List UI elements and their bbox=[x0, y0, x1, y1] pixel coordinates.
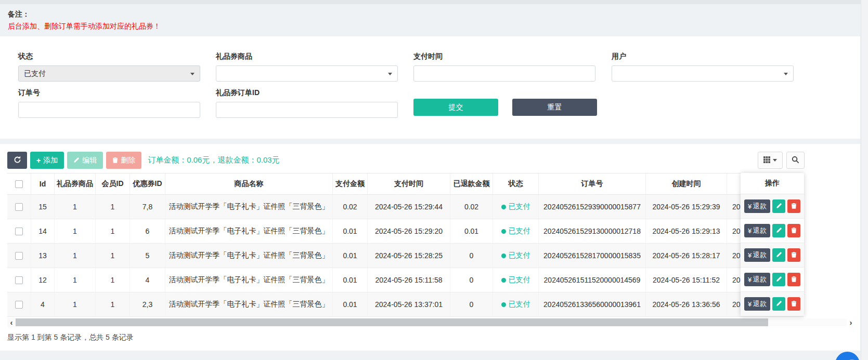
cell-coupon-id: 4 bbox=[130, 268, 165, 292]
scroll-right-icon[interactable]: › bbox=[847, 318, 855, 327]
cell-id: 13 bbox=[31, 244, 55, 268]
search-button[interactable] bbox=[786, 152, 805, 169]
cell-order-no: 202405261529390000015877 bbox=[539, 195, 646, 219]
scrollbar-thumb[interactable] bbox=[16, 318, 768, 326]
cell-product-name: 活动测试开学季「电子礼卡」证件照「三背景色」 bbox=[165, 268, 333, 292]
plus-icon: + bbox=[36, 156, 41, 165]
pencil-icon bbox=[776, 251, 782, 259]
scrollbar-track[interactable] bbox=[768, 318, 847, 326]
trash-icon bbox=[791, 276, 797, 284]
add-button-label: 添加 bbox=[43, 156, 58, 165]
actions-row: ¥退款 bbox=[741, 292, 804, 316]
row-checkbox[interactable] bbox=[15, 228, 23, 235]
row-delete-button[interactable] bbox=[787, 199, 800, 213]
row-delete-button[interactable] bbox=[787, 273, 800, 286]
user-label: 用户 bbox=[612, 52, 794, 61]
columns-button[interactable] bbox=[758, 152, 783, 169]
cell-amount: 0.01 bbox=[333, 268, 368, 292]
status-select[interactable]: 已支付 bbox=[18, 65, 200, 82]
refund-button[interactable]: ¥退款 bbox=[744, 199, 770, 213]
cell-status: 已支付 bbox=[493, 292, 539, 316]
status-badge: 已支付 bbox=[509, 300, 530, 309]
delete-button[interactable]: 删除 bbox=[106, 152, 141, 169]
cell-pay-time: 2024-05-26 15:29:20 bbox=[368, 219, 450, 243]
actions-row: ¥退款 bbox=[741, 268, 804, 292]
horizontal-scrollbar: ‹ › bbox=[7, 318, 855, 327]
cell-status: 已支付 bbox=[493, 244, 539, 268]
add-button[interactable]: + 添加 bbox=[30, 152, 64, 169]
note-banner: 备注： 后台添加、删除订单需手动添加对应的礼品券！ bbox=[8, 8, 161, 32]
refund-button[interactable]: ¥退款 bbox=[744, 248, 770, 262]
scroll-left-icon[interactable]: ‹ bbox=[7, 318, 16, 327]
status-dot-icon bbox=[501, 205, 506, 209]
pencil-icon bbox=[776, 203, 782, 210]
row-delete-button[interactable] bbox=[787, 297, 800, 311]
trash-icon bbox=[112, 156, 118, 165]
pencil-icon bbox=[776, 227, 782, 235]
filter-panel: 状态 已支付 礼品券商品 支付时间 用户 订单号 礼品券订单ID bbox=[0, 36, 860, 139]
refund-button[interactable]: ¥退款 bbox=[744, 297, 770, 311]
pay-time-input[interactable] bbox=[414, 66, 595, 81]
refund-button-label: 退款 bbox=[753, 275, 767, 284]
cell-amount: 0.02 bbox=[333, 195, 368, 219]
row-edit-button[interactable] bbox=[772, 199, 785, 213]
cell-amount: 0.01 bbox=[333, 219, 368, 243]
row-checkbox[interactable] bbox=[15, 252, 23, 260]
order-no-input[interactable] bbox=[19, 102, 200, 117]
amount-summary: 订单金额：0.06元，退款金额：0.03元 bbox=[148, 155, 279, 165]
chevron-down-icon bbox=[388, 73, 392, 75]
row-checkbox[interactable] bbox=[15, 301, 23, 309]
table-body: 15117,8活动测试开学季「电子礼卡」证件照「三背景色」0.022024-05… bbox=[7, 195, 804, 317]
row-edit-button[interactable] bbox=[772, 273, 785, 286]
table-row: 4112,3活动测试开学季「电子礼卡」证件照「三背景色」0.012024-05-… bbox=[7, 292, 804, 317]
gift-order-id-label: 礼品券订单ID bbox=[216, 88, 398, 98]
row-edit-button[interactable] bbox=[772, 248, 785, 262]
status-select-value: 已支付 bbox=[19, 66, 200, 82]
cell-coupon-id: 7,8 bbox=[130, 195, 165, 219]
select-all-checkbox[interactable] bbox=[15, 180, 23, 188]
user-select[interactable] bbox=[612, 65, 794, 82]
gift-product-select[interactable] bbox=[216, 65, 398, 82]
row-checkbox[interactable] bbox=[15, 203, 23, 211]
pay-time-field-wrap bbox=[413, 65, 595, 82]
submit-button[interactable]: 提交 bbox=[413, 99, 498, 116]
row-edit-button[interactable] bbox=[772, 297, 785, 311]
row-edit-button[interactable] bbox=[772, 224, 785, 237]
cell-member-id: 1 bbox=[96, 268, 130, 292]
col-header-actions: 操作 bbox=[741, 173, 804, 194]
page-scrollbar[interactable] bbox=[861, 0, 868, 360]
cell-pay-time: 2024-05-26 13:37:01 bbox=[368, 292, 450, 316]
row-checkbox[interactable] bbox=[15, 276, 23, 284]
actions-column: 操作 ¥退款¥退款¥退款¥退款¥退款 bbox=[741, 173, 804, 316]
refund-button[interactable]: ¥退款 bbox=[744, 224, 770, 237]
cell-id: 15 bbox=[31, 195, 55, 219]
col-header-pay-time: 支付时间 bbox=[368, 174, 450, 194]
cell-status: 已支付 bbox=[493, 219, 539, 243]
cell-status: 已支付 bbox=[493, 268, 539, 292]
reset-button[interactable]: 重置 bbox=[512, 99, 597, 116]
cell-product: 1 bbox=[55, 219, 96, 243]
cell-product-name: 活动测试开学季「电子礼卡」证件照「三背景色」 bbox=[165, 244, 333, 268]
gift-order-id-input[interactable] bbox=[216, 102, 397, 117]
col-header-created: 创建时间 bbox=[646, 174, 727, 194]
cell-member-id: 1 bbox=[96, 219, 130, 243]
table-panel: + 添加 编辑 删除 订单金额：0.06元，退款金额：0.03元 bbox=[0, 144, 860, 351]
actions-row: ¥退款 bbox=[741, 194, 804, 219]
refund-button[interactable]: ¥退款 bbox=[744, 273, 770, 286]
status-dot-icon bbox=[501, 302, 506, 307]
order-no-field-wrap bbox=[18, 102, 200, 118]
floating-action-button[interactable] bbox=[835, 352, 860, 360]
row-delete-button[interactable] bbox=[787, 248, 800, 262]
table-header-row: Id 礼品券商品 会员ID 优惠券ID 商品名称 支付金额 支付时间 已退款金额… bbox=[7, 173, 804, 195]
cell-order-no: 202405261511520000014569 bbox=[539, 268, 646, 292]
cell-refunded: 0 bbox=[450, 244, 493, 268]
row-delete-button[interactable] bbox=[787, 224, 800, 237]
col-header-refunded: 已退款金额 bbox=[450, 174, 493, 194]
cell-refunded: 0.01 bbox=[450, 219, 493, 243]
order-no-label: 订单号 bbox=[18, 88, 200, 98]
cell-pay-time: 2024-05-26 15:28:25 bbox=[368, 244, 450, 268]
edit-button[interactable]: 编辑 bbox=[67, 152, 103, 169]
cell-product-name: 活动测试开学季「电子礼卡」证件照「三背景色」 bbox=[165, 292, 333, 316]
status-dot-icon bbox=[501, 278, 506, 283]
refresh-button[interactable] bbox=[7, 152, 27, 169]
